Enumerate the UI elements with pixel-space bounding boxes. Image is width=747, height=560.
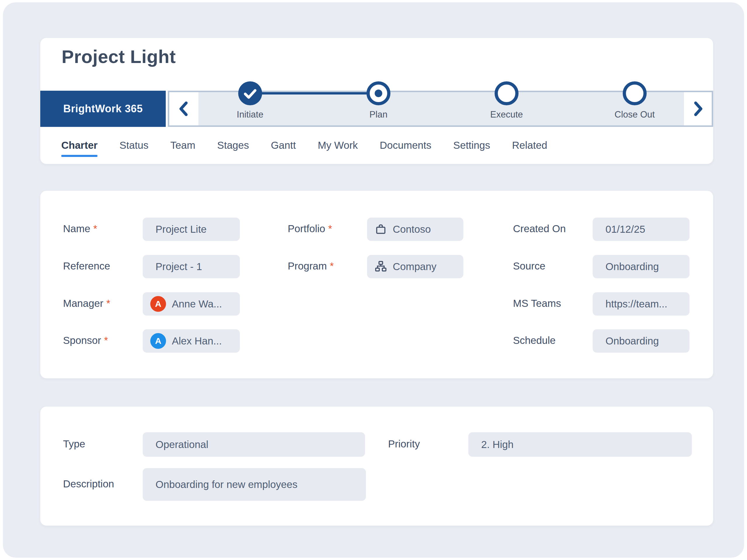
field-value-sponsor[interactable]: A Alex Han... <box>143 329 240 353</box>
sponsor-avatar: A <box>150 333 166 349</box>
app-background: Project Light BrightWork 365 <box>3 2 744 558</box>
field-label-source: Source <box>513 260 545 272</box>
stage-plan[interactable]: Plan <box>366 81 390 120</box>
field-value-type[interactable]: Operational <box>143 432 365 457</box>
tab-label: Status <box>119 139 148 151</box>
tab-related[interactable]: Related <box>512 139 547 157</box>
page-title: Project Light <box>61 46 176 67</box>
field-label-program: Program* <box>288 260 334 272</box>
stage-complete-marker <box>238 81 262 105</box>
tab-label: My Work <box>318 139 358 151</box>
field-label-description: Description <box>63 478 114 490</box>
field-value-ms-teams[interactable]: https://team... <box>593 292 690 316</box>
tab-label: Related <box>512 139 547 151</box>
stage-upcoming-marker <box>623 81 647 105</box>
tab-label: Stages <box>217 139 249 151</box>
stage-upcoming-marker <box>495 81 518 105</box>
tab-label: Charter <box>61 139 98 151</box>
field-value-program[interactable]: Company <box>367 255 463 278</box>
stage-close-out[interactable]: Close Out <box>615 81 655 120</box>
required-marker: * <box>330 260 334 271</box>
stage-label: Initiate <box>237 109 263 120</box>
stage-current-marker <box>366 81 390 105</box>
required-marker: * <box>104 335 108 346</box>
tab-my-work[interactable]: My Work <box>318 139 358 157</box>
stage-nav-back-button[interactable] <box>169 92 199 126</box>
field-value-manager[interactable]: A Anne Wa... <box>143 292 240 316</box>
stage-initiate[interactable]: Initiate <box>237 81 263 120</box>
field-value-reference[interactable]: Project - 1 <box>143 255 240 278</box>
stage-label: Close Out <box>615 109 655 120</box>
stage-current-dot <box>375 89 382 97</box>
stage-bar: Initiate Plan Execute Close <box>168 91 713 127</box>
field-label-name: Name* <box>63 223 97 235</box>
chevron-right-icon <box>692 100 704 117</box>
field-value-schedule[interactable]: Onboarding <box>593 329 690 353</box>
field-label-manager: Manager* <box>63 297 110 309</box>
field-label-priority: Priority <box>388 438 420 450</box>
required-marker: * <box>106 297 110 309</box>
tab-label: Team <box>171 139 196 151</box>
field-value-name[interactable]: Project Lite <box>143 218 240 241</box>
field-value-description[interactable]: Onboarding for new employees <box>143 468 366 501</box>
field-value-source[interactable]: Onboarding <box>593 255 690 278</box>
tab-team[interactable]: Team <box>171 139 196 157</box>
field-label-ms-teams: MS Teams <box>513 297 561 309</box>
field-value-priority[interactable]: 2. High <box>468 432 692 457</box>
page: Project Light BrightWork 365 <box>0 0 747 560</box>
stage-nav-forward-button[interactable] <box>684 92 712 126</box>
stage-label: Plan <box>369 109 387 120</box>
tab-charter[interactable]: Charter <box>61 139 98 157</box>
field-label-created-on: Created On <box>513 223 566 235</box>
field-label-type: Type <box>63 438 85 450</box>
check-icon <box>238 82 262 105</box>
field-value-created-on[interactable]: 01/12/25 <box>593 218 690 241</box>
stage-strip <box>199 92 684 126</box>
details-card: Type Operational Priority 2. High Descri… <box>40 406 714 526</box>
stage-progress-region: BrightWork 365 <box>40 91 713 127</box>
field-label-reference: Reference <box>63 260 110 272</box>
tab-label: Settings <box>453 139 490 151</box>
chevron-left-icon <box>177 100 190 117</box>
manager-avatar: A <box>150 296 166 312</box>
field-label-sponsor: Sponsor* <box>63 335 108 346</box>
tab-gantt[interactable]: Gantt <box>271 139 296 157</box>
stage-execute[interactable]: Execute <box>490 81 523 120</box>
tab-settings[interactable]: Settings <box>453 139 490 157</box>
brand-badge: BrightWork 365 <box>40 91 166 127</box>
required-marker: * <box>328 223 332 234</box>
charter-form-card: Name* Project Lite Reference Project - 1… <box>40 190 714 379</box>
header-card: Project Light BrightWork 365 <box>40 37 714 164</box>
tab-status[interactable]: Status <box>119 139 148 157</box>
field-label-portfolio: Portfolio* <box>288 223 332 235</box>
field-value-portfolio[interactable]: Contoso <box>367 218 463 241</box>
tab-documents[interactable]: Documents <box>380 139 431 157</box>
tab-label: Gantt <box>271 139 296 151</box>
stage-connector-line <box>250 92 379 95</box>
stage-label: Execute <box>490 109 523 120</box>
required-marker: * <box>93 223 97 234</box>
active-tab-underline <box>61 155 98 157</box>
org-chart-icon <box>375 261 387 273</box>
field-label-schedule: Schedule <box>513 335 556 346</box>
tab-bar: Charter Status Team Stages Gantt <box>61 139 547 157</box>
tab-stages[interactable]: Stages <box>217 139 249 157</box>
tab-label: Documents <box>380 139 431 151</box>
briefcase-icon <box>375 223 387 235</box>
